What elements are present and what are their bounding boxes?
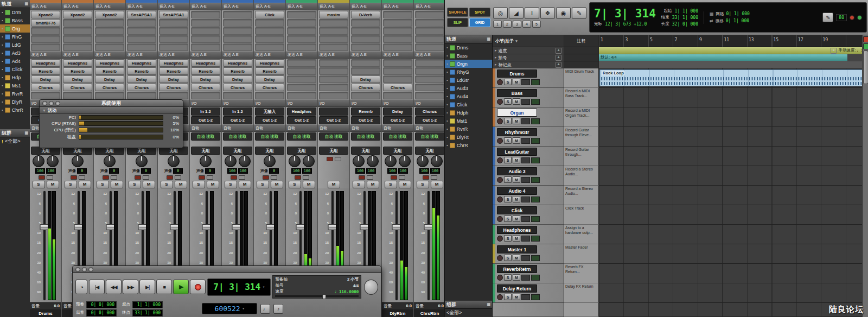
record-safe-button[interactable]: [111, 175, 117, 180]
record-button[interactable]: [190, 280, 206, 294]
send-slot[interactable]: Chorus: [383, 84, 412, 91]
insert-slot[interactable]: [415, 19, 444, 27]
mode-spot-button[interactable]: SPOT: [469, 8, 490, 17]
sidebar-item-RhyG[interactable]: •RhyG: [445, 68, 492, 76]
output-window-button[interactable]: [135, 175, 141, 180]
voice-selector[interactable]: [521, 294, 530, 300]
ruler-name-cell[interactable]: ▸拍号+: [493, 54, 564, 61]
pan-knob[interactable]: [431, 155, 443, 167]
tempo-row[interactable]: 速度 ♩ 116.0000: [275, 289, 359, 294]
insert-slot[interactable]: [63, 35, 92, 43]
send-slot[interactable]: [287, 92, 316, 99]
track-comment[interactable]: Record a MIDI Organ Track...: [564, 107, 599, 127]
voice-selector[interactable]: [521, 138, 530, 144]
pan-knob[interactable]: [303, 155, 315, 167]
send-slot[interactable]: Delay: [127, 75, 156, 83]
automation-selector[interactable]: [531, 157, 540, 163]
solo-button[interactable]: S: [504, 176, 512, 183]
transport-counter[interactable]: 7| 3| 314 ▾: [207, 278, 271, 296]
automation-mode-selector[interactable]: 自动 读取: [287, 132, 316, 141]
mute-button[interactable]: M: [513, 196, 520, 202]
mute-button[interactable]: M: [239, 181, 251, 188]
sidebar-item-Click[interactable]: •Click: [0, 65, 30, 73]
send-slot[interactable]: [255, 92, 284, 99]
output-window-button[interactable]: [71, 175, 77, 180]
voice-selector[interactable]: [521, 79, 530, 85]
track-name-button[interactable]: Audio 3: [497, 167, 537, 175]
track-height-value[interactable]: 80: [836, 14, 847, 21]
solo-button[interactable]: S: [257, 181, 269, 188]
insert-slot[interactable]: SnsAPSA1: [127, 11, 156, 18]
send-slot[interactable]: Delay: [159, 75, 188, 83]
send-slot[interactable]: Headphns: [191, 59, 220, 67]
sidebar-item-Click[interactable]: •Click: [445, 100, 492, 109]
automation-selector[interactable]: [531, 255, 540, 261]
insert-slot[interactable]: [383, 43, 412, 51]
sidebar-item-RhG[interactable]: •RhG: [0, 33, 30, 41]
mute-button[interactable]: M: [431, 181, 443, 188]
send-slot[interactable]: Reverb: [159, 67, 188, 75]
output-window-button[interactable]: [327, 157, 333, 161]
voice-selector[interactable]: [521, 157, 530, 163]
insert-slot[interactable]: [287, 19, 316, 27]
track-comment[interactable]: Record a Stereo Audio...: [564, 166, 599, 186]
send-slot[interactable]: Headphns: [63, 59, 92, 67]
track-lane[interactable]: [599, 283, 868, 303]
group-selector[interactable]: 无组: [351, 147, 380, 155]
record-enable-button[interactable]: [497, 275, 503, 281]
send-slot[interactable]: [415, 92, 444, 99]
automation-selector[interactable]: [531, 216, 540, 222]
send-slot[interactable]: Headphns: [159, 59, 188, 67]
insert-slot[interactable]: Xpand2: [63, 11, 92, 18]
mute-button[interactable]: M: [513, 118, 520, 124]
insert-slot[interactable]: [95, 35, 124, 43]
activity-section-header[interactable]: ▼ 活动: [40, 107, 183, 114]
markers-ruler[interactable]: [599, 61, 868, 68]
strip-name-button[interactable]: DlyRtrn: [382, 309, 413, 317]
output-window-button[interactable]: [359, 175, 365, 180]
output-selector[interactable]: Out 1-2: [415, 116, 444, 124]
midi-clip[interactable]: Rock Loop: [599, 69, 868, 86]
voice-selector[interactable]: [521, 118, 530, 124]
sidebar-item-Ad3[interactable]: •Ad3: [0, 49, 30, 57]
insert-slot[interactable]: [95, 27, 124, 35]
mute-button[interactable]: M: [111, 181, 123, 188]
pencil-tool-button[interactable]: ✎: [822, 12, 833, 22]
solo-button[interactable]: S: [504, 255, 512, 261]
solo-button[interactable]: S: [504, 294, 512, 300]
input-selector[interactable]: [319, 107, 348, 116]
sidebar-item-Aud4[interactable]: •Aud4: [445, 92, 492, 100]
send-slot[interactable]: Headphns: [255, 59, 284, 67]
record-safe-button[interactable]: [79, 175, 85, 180]
insert-slot[interactable]: [287, 27, 316, 35]
automation-selector[interactable]: [531, 79, 540, 85]
meter-row[interactable]: 拍号 4/4: [275, 283, 359, 288]
record-enable-button[interactable]: [497, 294, 503, 300]
record-enable-button[interactable]: [497, 79, 503, 85]
record-safe-button[interactable]: [335, 157, 341, 161]
record-safe-button[interactable]: [143, 175, 149, 180]
voice-selector[interactable]: [521, 216, 530, 222]
send-slot[interactable]: [383, 67, 412, 75]
mute-button[interactable]: M: [271, 181, 283, 188]
pan-knob[interactable]: [225, 155, 237, 167]
insert-slot[interactable]: [95, 19, 124, 27]
metronome-button[interactable]: ♩: [260, 304, 270, 314]
insert-slot[interactable]: [319, 35, 348, 43]
automation-selector[interactable]: [531, 138, 540, 144]
send-slot[interactable]: Reverb: [191, 67, 220, 75]
insert-slot[interactable]: [319, 19, 348, 27]
send-slot[interactable]: Headphns: [127, 59, 156, 67]
pan-knob[interactable]: [353, 155, 365, 167]
send-slot[interactable]: Chorus: [95, 84, 124, 91]
send-slot[interactable]: [319, 59, 348, 67]
send-slot[interactable]: [191, 92, 220, 99]
insert-slot[interactable]: [191, 35, 220, 43]
meter-ruler[interactable]: 默认: 4/4: [599, 54, 847, 61]
track-name-button[interactable]: Master 1: [497, 245, 537, 253]
output-selector[interactable]: Out 1-2: [255, 116, 284, 124]
pan-knob[interactable]: [47, 155, 59, 167]
track-name-button[interactable]: Click: [497, 206, 537, 214]
mute-button[interactable]: M: [513, 137, 520, 144]
insert-slot[interactable]: [319, 27, 348, 35]
